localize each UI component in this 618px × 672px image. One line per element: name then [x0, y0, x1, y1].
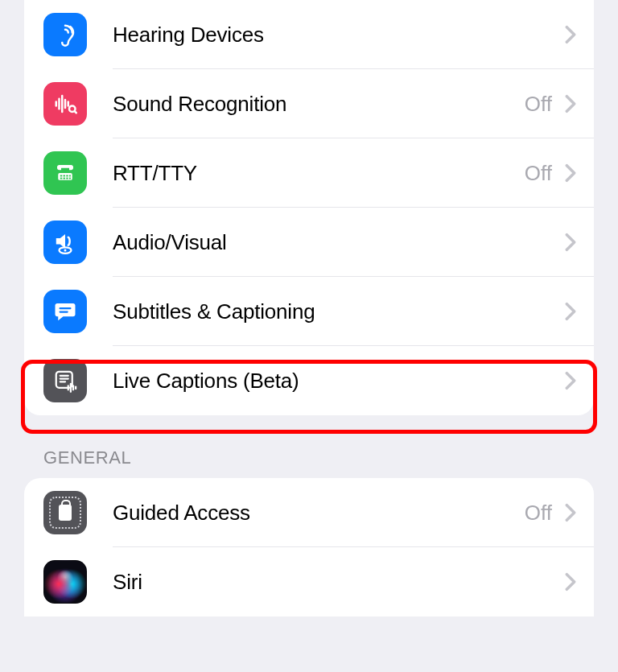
general-header: General: [43, 447, 575, 468]
svg-rect-13: [64, 178, 66, 179]
chevron-right-icon: [563, 501, 578, 524]
row-subtitles[interactable]: Subtitles & Captioning: [24, 277, 594, 346]
chevron-right-icon: [563, 231, 578, 254]
general-section: Guided Access Off Siri: [24, 478, 594, 616]
svg-rect-8: [60, 175, 63, 177]
label-hearing-devices: Hearing Devices: [113, 23, 563, 47]
speech-bubble-icon: [43, 290, 87, 333]
chevron-right-icon: [563, 369, 578, 392]
label-rtt-tty: RTT/TTY: [113, 161, 525, 186]
svg-rect-14: [66, 178, 68, 179]
value-guided-access: Off: [525, 501, 552, 526]
label-sound-recognition: Sound Recognition: [113, 92, 525, 117]
svg-rect-10: [66, 175, 68, 177]
svg-rect-9: [64, 175, 66, 177]
row-siri[interactable]: Siri: [24, 547, 594, 616]
label-audio-visual: Audio/Visual: [113, 230, 563, 255]
svg-rect-19: [60, 311, 68, 312]
row-live-captions[interactable]: Live Captions (Beta): [24, 346, 594, 415]
ear-icon: [43, 13, 87, 56]
label-subtitles: Subtitles & Captioning: [113, 299, 563, 324]
row-audio-visual[interactable]: Audio/Visual: [24, 208, 594, 277]
chevron-right-icon: [563, 23, 578, 46]
svg-rect-18: [60, 307, 72, 309]
chevron-right-icon: [563, 300, 578, 323]
phone-text-icon: [43, 151, 87, 195]
row-hearing-devices[interactable]: Hearing Devices: [24, 0, 594, 69]
hearing-section: Hearing Devices Sound Recognition Off: [24, 0, 594, 415]
live-captions-icon: [43, 359, 87, 402]
svg-point-17: [64, 249, 67, 252]
svg-line-6: [75, 111, 76, 113]
value-sound-recognition: Off: [525, 92, 552, 117]
sound-wave-icon: [43, 82, 87, 126]
svg-rect-11: [69, 175, 71, 177]
row-guided-access[interactable]: Guided Access Off: [24, 478, 594, 547]
value-rtt-tty: Off: [525, 161, 552, 186]
siri-icon: [43, 560, 87, 604]
chevron-right-icon: [563, 93, 578, 115]
svg-rect-12: [60, 178, 63, 179]
label-siri: Siri: [113, 570, 563, 595]
row-sound-recognition[interactable]: Sound Recognition Off: [24, 69, 594, 138]
chevron-right-icon: [563, 571, 578, 593]
row-rtt-tty[interactable]: RTT/TTY Off: [24, 138, 594, 208]
guided-access-icon: [43, 491, 87, 534]
speaker-eye-icon: [43, 221, 87, 264]
label-guided-access: Guided Access: [113, 501, 525, 526]
label-live-captions: Live Captions (Beta): [113, 369, 563, 394]
svg-rect-15: [69, 178, 71, 179]
chevron-right-icon: [563, 162, 578, 184]
